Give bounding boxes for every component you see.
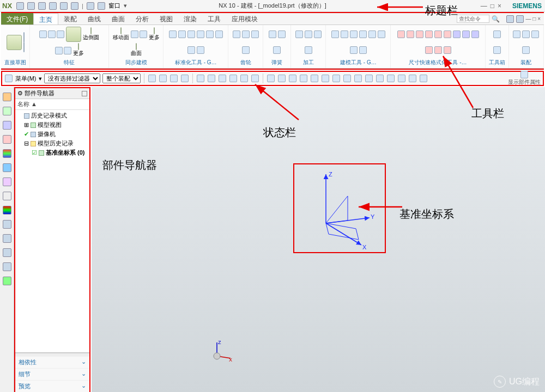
internet-tab-icon[interactable] [3, 163, 11, 172]
window-switch-icon[interactable] [98, 2, 105, 10]
tab-assembly[interactable]: 装配 [58, 13, 82, 24]
tab-curve[interactable]: 曲线 [82, 13, 106, 24]
sel-icon[interactable] [289, 75, 296, 82]
window-menu[interactable]: 窗口 [108, 2, 120, 10]
feat-icon[interactable] [55, 47, 63, 54]
tab-view[interactable]: 视图 [154, 13, 178, 24]
tab-analysis[interactable]: 分析 [130, 13, 154, 24]
paste-icon[interactable] [71, 2, 78, 10]
sel-icon[interactable] [343, 75, 351, 82]
dim-icon[interactable] [434, 46, 442, 54]
tab-surface[interactable]: 曲面 [106, 13, 130, 24]
tb-icon[interactable] [493, 46, 501, 54]
sel-icon[interactable] [148, 75, 156, 82]
sel-icon[interactable] [278, 75, 286, 82]
acc-preview[interactable]: 预览⌄ [15, 380, 89, 392]
sketch-icon[interactable] [7, 35, 22, 50]
std-icon[interactable] [206, 30, 214, 38]
mt-icon[interactable] [350, 30, 358, 38]
sel-icon[interactable] [251, 75, 259, 82]
feat-icon[interactable] [39, 30, 47, 38]
show-part-prop[interactable]: 显示部件属性 [508, 71, 541, 86]
gear-icon[interactable] [242, 30, 250, 38]
moveface-icon[interactable] [120, 27, 122, 34]
sel-icon[interactable] [387, 75, 395, 82]
sel-icon[interactable] [332, 75, 340, 82]
sketch-sub-icon[interactable] [23, 32, 25, 42]
mt-icon[interactable] [341, 30, 348, 38]
dim-icon[interactable] [444, 30, 451, 38]
sel-icon[interactable] [354, 75, 362, 82]
filter-select[interactable]: 没有选择过滤器 [44, 74, 100, 83]
feat-icon[interactable] [57, 30, 64, 38]
tree-item-cameras[interactable]: ✔摄像机 [17, 130, 87, 139]
dim-icon[interactable] [471, 30, 479, 38]
std-icon[interactable] [187, 30, 195, 38]
reuse-tab-icon[interactable] [3, 121, 11, 130]
dim-icon[interactable] [453, 30, 461, 38]
asm-icon[interactable] [513, 30, 520, 38]
palette-tab-icon[interactable] [3, 206, 11, 215]
misc-tab-icon[interactable] [3, 277, 11, 285]
tab-home[interactable]: 主页 [33, 13, 58, 24]
asm-icon[interactable] [522, 46, 530, 54]
window-controls[interactable]: — □ × [481, 2, 501, 10]
sel-icon[interactable] [170, 75, 178, 82]
feat-icon[interactable] [48, 30, 56, 38]
nav-tab-icon[interactable] [3, 93, 11, 101]
undo-icon[interactable] [27, 2, 35, 10]
mach-icon[interactable] [305, 46, 312, 54]
mt-icon[interactable] [331, 30, 339, 38]
help-icon[interactable] [516, 15, 524, 23]
spring-icon[interactable] [278, 30, 286, 38]
tab-tools[interactable]: 工具 [202, 13, 226, 24]
misc-tab-icon[interactable] [3, 234, 11, 243]
dim-icon[interactable] [407, 30, 414, 38]
sel-icon[interactable] [398, 75, 405, 82]
mt-icon[interactable] [359, 46, 367, 54]
tab-app[interactable]: 应用模块 [226, 13, 263, 24]
dim-icon[interactable] [462, 30, 470, 38]
sel-icon[interactable] [267, 75, 275, 82]
sel-icon[interactable] [240, 75, 248, 82]
std-icon[interactable] [178, 30, 186, 38]
sync-icon[interactable] [131, 30, 138, 38]
spring-icon[interactable] [273, 46, 281, 54]
std-icon[interactable] [197, 30, 204, 38]
sel-icon[interactable] [197, 75, 204, 82]
tab-render[interactable]: 渲染 [178, 13, 202, 24]
more2-icon[interactable] [154, 27, 155, 34]
sel-icon[interactable] [181, 75, 189, 82]
dim-icon[interactable] [425, 30, 433, 38]
sketch-sub2-icon[interactable] [23, 42, 25, 52]
surface-icon[interactable] [136, 43, 137, 50]
graphics-canvas[interactable]: Z Y X Z X 部件导航器 状态栏 基准坐标系 [92, 87, 545, 392]
history-tab-icon[interactable] [3, 177, 11, 186]
scope-select[interactable]: 整个装配 [102, 74, 141, 83]
sel-icon[interactable] [208, 75, 215, 82]
tree-item-datum-csys[interactable]: ☑基准坐标系 (0) [17, 148, 87, 157]
sel-icon[interactable] [300, 75, 307, 82]
search-icon[interactable]: 🔍 [492, 15, 500, 23]
gear-icon[interactable] [242, 46, 250, 54]
extrude-icon[interactable] [66, 27, 81, 42]
dim-icon[interactable] [434, 30, 442, 38]
dim-icon[interactable] [444, 46, 451, 54]
spring-icon[interactable] [269, 30, 276, 38]
tb-icon[interactable] [493, 30, 501, 38]
pin-icon[interactable] [82, 91, 87, 96]
sel-icon[interactable] [322, 75, 329, 82]
tab-file[interactable]: 文件(F) [1, 13, 33, 24]
cut-icon[interactable] [49, 2, 57, 10]
hd3d-tab-icon[interactable] [3, 135, 11, 144]
gear-icon[interactable] [233, 30, 240, 38]
sel-icon[interactable] [219, 75, 226, 82]
feat-icon[interactable] [64, 47, 71, 54]
sel-icon[interactable] [409, 75, 416, 82]
std-icon[interactable] [169, 30, 177, 38]
edge-blend-icon[interactable] [90, 27, 92, 34]
copy-icon[interactable] [60, 2, 68, 10]
nav-column-header[interactable]: 名称 ▲ [15, 99, 89, 110]
roles-tab-icon[interactable] [3, 149, 11, 158]
mt-icon[interactable] [378, 30, 385, 38]
